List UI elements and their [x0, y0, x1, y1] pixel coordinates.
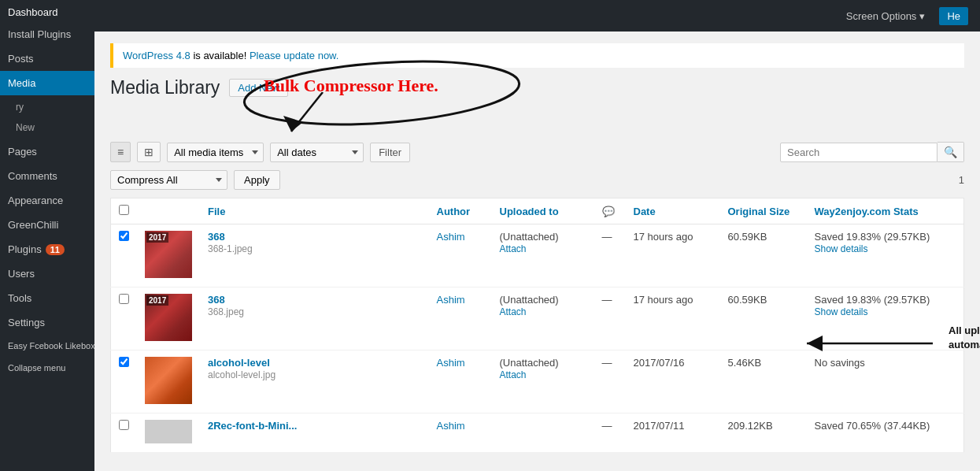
table-row: 2017 368 368.jpeg Ashim (Unattached) Att…: [111, 287, 964, 350]
row4-original-size: 209.12KB: [728, 420, 773, 432]
th-checkbox[interactable]: [111, 198, 138, 224]
sidebar-item-posts[interactable]: Posts: [0, 46, 94, 71]
row2-file-name-link[interactable]: 368: [208, 294, 225, 306]
row4-file-name-link[interactable]: 2Rec-font-b-Mini...: [208, 420, 297, 432]
row4-comment-cell: —: [594, 414, 626, 453]
topbar: Screen Options ▾ He: [94, 0, 980, 32]
row2-checkbox-cell[interactable]: [111, 287, 138, 350]
row2-date: 17 hours ago: [634, 294, 693, 306]
row1-thumb-cell: 2017: [137, 224, 200, 287]
row4-checkbox-cell[interactable]: [111, 414, 138, 453]
row3-file-name-link[interactable]: alcohol-level: [208, 357, 270, 369]
apply-button[interactable]: Apply: [234, 170, 280, 190]
bulk-action-select[interactable]: Compress All Bulk Actions Delete Permane…: [110, 170, 227, 190]
row2-uploaded-to: (Unattached): [500, 294, 559, 306]
row2-file-subname: 368.jpeg: [208, 306, 244, 317]
sidebar-item-pages[interactable]: Pages: [0, 139, 94, 164]
row1-show-details-link[interactable]: Show details: [815, 243, 868, 254]
main-content: WordPress 4.8 is available! Please updat…: [94, 32, 980, 471]
update-now-link[interactable]: Please update now.: [250, 50, 338, 61]
row1-author-cell: Ashim: [429, 224, 492, 287]
sidebar-item-comments[interactable]: Comments: [0, 164, 94, 188]
sidebar-item-collapse-menu[interactable]: Collapse menu: [0, 357, 94, 379]
filter-dates-select[interactable]: All dates January 2017 February 2017: [270, 143, 364, 162]
plugins-badge: 11: [46, 244, 65, 255]
row1-checkbox[interactable]: [119, 231, 129, 241]
th-file[interactable]: File: [200, 198, 429, 224]
screen-options-button[interactable]: Screen Options ▾: [840, 7, 932, 25]
row4-checkbox[interactable]: [119, 420, 129, 430]
row3-date: 2017/07/16: [634, 357, 685, 369]
sidebar-item-dashboard[interactable]: Dashboard: [0, 0, 94, 22]
row2-original-size: 60.59KB: [728, 294, 767, 306]
sidebar-item-media[interactable]: Media: [0, 71, 94, 95]
sidebar-item-easy-fcebook[interactable]: Easy Fcebook Likebox: [0, 335, 94, 357]
row2-uploaded-cell: (Unattached) Attach: [492, 287, 594, 350]
row3-uploaded-cell: (Unattached) Attach: [492, 350, 594, 414]
row3-origsize-cell: 5.46KB: [720, 350, 807, 414]
row1-file-name-link[interactable]: 368: [208, 231, 225, 243]
row1-author-link[interactable]: Ashim: [437, 231, 465, 243]
sidebar-item-new[interactable]: New: [0, 119, 94, 139]
row2-origsize-cell: 60.59KB: [720, 287, 807, 350]
row3-checkbox[interactable]: [119, 357, 129, 367]
row3-attach-link[interactable]: Attach: [500, 369, 527, 380]
row3-uploaded-to: (Unattached): [500, 357, 559, 369]
sidebar-item-ry[interactable]: ry: [0, 95, 94, 119]
list-view-button[interactable]: ≡: [110, 142, 131, 162]
update-notice: WordPress 4.8 is available! Please updat…: [110, 43, 964, 68]
row3-author-link[interactable]: Ashim: [437, 357, 465, 369]
th-thumb: [137, 198, 200, 224]
row4-origsize-cell: 209.12KB: [720, 414, 807, 453]
row2-date-cell: 17 hours ago: [626, 287, 720, 350]
sidebar-item-users[interactable]: Users: [0, 261, 94, 286]
row2-show-details-link[interactable]: Show details: [815, 306, 868, 317]
help-button[interactable]: He: [939, 7, 968, 25]
row1-comment: —: [602, 231, 612, 243]
row4-stats-cell: Saved 70.65% (37.44KB): [807, 414, 964, 453]
row1-file-cell: 368 368-1.jpeg: [200, 224, 429, 287]
table-row: 2Rec-font-b-Mini... Ashim — 2017/07/11 2…: [111, 414, 964, 453]
row4-date-cell: 2017/07/11: [626, 414, 720, 453]
th-uploaded[interactable]: Uploaded to: [492, 198, 594, 224]
th-author[interactable]: Author: [429, 198, 492, 224]
wp-version-link[interactable]: WordPress 4.8: [123, 50, 190, 61]
page-header: Media Library Add New: [110, 77, 964, 98]
row1-date-cell: 17 hours ago: [626, 224, 720, 287]
sidebar-item-install-plugins[interactable]: Install Plugins: [0, 22, 94, 46]
sidebar-item-tools[interactable]: Tools: [0, 286, 94, 310]
row3-comment-cell: —: [594, 350, 626, 414]
row-checkbox-cell[interactable]: [111, 224, 138, 287]
sidebar-item-appearance[interactable]: Appearance: [0, 188, 94, 213]
row3-savings: No savings: [815, 357, 865, 369]
row2-checkbox[interactable]: [119, 294, 129, 304]
row2-attach-link[interactable]: Attach: [500, 306, 527, 317]
th-date[interactable]: Date: [626, 198, 720, 224]
select-all-checkbox[interactable]: [119, 205, 129, 215]
row2-thumbnail: 2017: [145, 294, 192, 341]
table-row: 2017 368 368-1.jpeg Ashim (Unattached) A…: [111, 224, 964, 287]
row4-author-link[interactable]: Ashim: [437, 420, 465, 432]
sidebar-item-plugins[interactable]: Plugins 11: [0, 237, 94, 261]
row1-date: 17 hours ago: [634, 231, 693, 243]
table-header-row: File Author Uploaded to 💬 Date Original …: [111, 198, 964, 224]
row1-attach-link[interactable]: Attach: [500, 243, 527, 254]
search-submit-button[interactable]: 🔍: [937, 142, 964, 162]
add-new-button[interactable]: Add New: [229, 79, 288, 97]
sidebar-item-greenchilli[interactable]: GreenChilli: [0, 213, 94, 237]
update-notice-text: is available!: [193, 50, 250, 61]
svg-marker-2: [283, 116, 303, 132]
filter-button[interactable]: Filter: [370, 143, 410, 162]
row3-checkbox-cell[interactable]: [111, 350, 138, 414]
media-table: File Author Uploaded to 💬 Date Original …: [110, 198, 964, 453]
row2-stats-cell: Saved 19.83% (29.57KB) Show details: [807, 287, 964, 350]
filter-media-select[interactable]: All media items Images Audio Video Docum…: [167, 143, 264, 162]
sidebar-item-settings[interactable]: Settings: [0, 310, 94, 335]
row1-uploaded-cell: (Unattached) Attach: [492, 224, 594, 287]
search-input[interactable]: [780, 143, 937, 162]
plugins-label: Plugins: [8, 243, 42, 255]
row1-thumbnail: 2017: [145, 231, 192, 278]
grid-view-button[interactable]: ⊞: [137, 142, 161, 162]
row2-author-link[interactable]: Ashim: [437, 294, 465, 306]
row3-thumbnail: [145, 357, 192, 404]
